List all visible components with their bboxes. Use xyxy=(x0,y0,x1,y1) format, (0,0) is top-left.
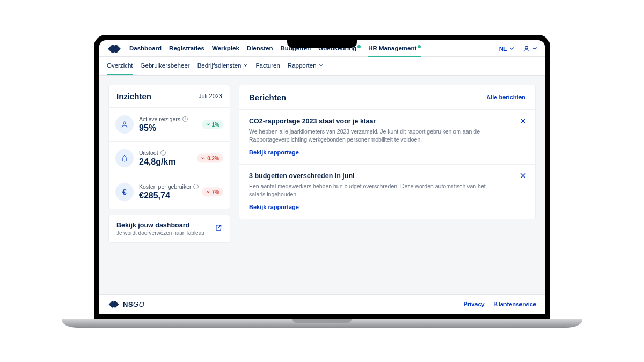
subnav-tab-gebruikersbeheer[interactable]: Gebruikersbeheer xyxy=(141,62,190,70)
info-icon[interactable]: i xyxy=(193,184,199,189)
user-icon xyxy=(523,45,530,53)
chevron-down-icon xyxy=(243,63,248,68)
chevron-down-icon xyxy=(532,46,537,51)
messages-card: Berichten Alle berichten CO2-rapportage … xyxy=(239,85,535,219)
droplet-icon xyxy=(115,149,134,167)
footer-brand: NSGO xyxy=(108,300,144,308)
subnav-tab-bedrijfsdiensten[interactable]: Bedrijfsdiensten xyxy=(197,62,248,70)
chevron-down-icon xyxy=(319,63,324,68)
message-item: CO2-rapportage 2023 staat voor je klaar … xyxy=(239,109,535,164)
subnav-tab-facturen[interactable]: Facturen xyxy=(255,62,280,70)
metric-label: Kosten per gebruiker xyxy=(139,183,191,190)
metric-cost-per-user: € Kosten per gebruikeri €285,74 7% xyxy=(109,175,230,209)
chevron-down-icon xyxy=(509,46,514,51)
footer-link-klantenservice[interactable]: Klantenservice xyxy=(494,301,536,307)
dashboard-link-title: Bekijk jouw dashboard xyxy=(116,221,204,229)
language-selector[interactable]: NL xyxy=(499,46,514,52)
nav-right-controls: NL xyxy=(499,45,537,53)
messages-title: Berichten xyxy=(249,93,286,102)
svg-point-1 xyxy=(123,122,126,124)
dashboard-link-sub: Je wordt doorverwezen naar Tableau xyxy=(116,230,204,236)
user-menu[interactable] xyxy=(523,45,537,53)
nav-tab-werkplek[interactable]: Werkplek xyxy=(212,45,239,53)
euro-icon: € xyxy=(115,183,134,201)
delta-badge: 1% xyxy=(202,120,223,129)
footer-link-privacy[interactable]: Privacy xyxy=(464,301,485,307)
metric-value: 95% xyxy=(139,123,188,133)
message-title: 3 budgetten overschreden in juni xyxy=(249,172,525,180)
message-body: We hebben alle jaarkilometers van 2023 v… xyxy=(249,128,498,144)
nav-tab-dashboard[interactable]: Dashboard xyxy=(129,45,162,53)
metric-active-travellers: Actieve reizigersi 95% 1% xyxy=(109,107,230,141)
notification-dot-icon xyxy=(418,45,421,48)
nav-tab-diensten[interactable]: Diensten xyxy=(247,45,273,53)
close-button[interactable] xyxy=(519,117,526,125)
all-messages-link[interactable]: Alle berichten xyxy=(486,94,525,100)
brand-logo-icon xyxy=(108,301,120,308)
content-area: Inzichten Juli 2023 Actieve reizigersi 9… xyxy=(99,76,545,294)
brand-logo-icon xyxy=(107,45,122,53)
view-dashboard-link[interactable]: Bekijk jouw dashboard Je wordt doorverwe… xyxy=(109,215,230,242)
nav-tab-hr-management[interactable]: HR Management xyxy=(368,45,421,53)
metric-value: €285,74 xyxy=(139,191,199,201)
svg-point-0 xyxy=(525,46,528,49)
insights-title: Inzichten xyxy=(116,92,151,101)
message-title: CO2-rapportage 2023 staat voor je klaar xyxy=(249,117,525,125)
metric-label: Uitstoot xyxy=(139,150,158,156)
subnav-tab-rapporten[interactable]: Rapporten xyxy=(288,62,324,70)
metric-label: Actieve reizigers xyxy=(139,116,180,122)
footer: NSGO Privacy Klantenservice xyxy=(99,294,545,314)
external-link-icon xyxy=(215,224,222,233)
insights-period: Juli 2023 xyxy=(199,93,222,99)
trend-up-icon xyxy=(206,189,210,194)
notification-dot-icon xyxy=(357,45,361,48)
metric-emissions: Uitstooti 24,8g/km 0,2% xyxy=(109,141,230,175)
subnav-tab-overzicht[interactable]: Overzicht xyxy=(107,62,133,70)
sub-nav: Overzicht Gebruikersbeheer Bedrijfsdiens… xyxy=(99,57,545,76)
close-icon xyxy=(519,172,526,179)
info-icon[interactable]: i xyxy=(160,150,166,156)
language-label: NL xyxy=(499,46,507,52)
message-item: 3 budgetten overschreden in juni Een aan… xyxy=(239,164,535,219)
insights-card: Inzichten Juli 2023 Actieve reizigersi 9… xyxy=(109,85,230,209)
message-action-link[interactable]: Bekijk rapportage xyxy=(249,149,299,156)
info-icon[interactable]: i xyxy=(182,116,188,122)
close-icon xyxy=(519,117,526,124)
delta-badge: 0,2% xyxy=(197,153,223,162)
nav-tab-registraties[interactable]: Registraties xyxy=(169,45,204,53)
metric-value: 24,8g/km xyxy=(139,157,175,167)
message-action-link[interactable]: Bekijk rapportage xyxy=(249,204,299,210)
close-button[interactable] xyxy=(519,172,526,180)
message-body: Een aantal medewerkers hebben hun budget… xyxy=(249,182,498,198)
delta-badge: 7% xyxy=(202,187,223,196)
trend-down-icon xyxy=(201,156,206,160)
trend-up-icon xyxy=(206,122,210,127)
user-icon xyxy=(115,115,134,134)
